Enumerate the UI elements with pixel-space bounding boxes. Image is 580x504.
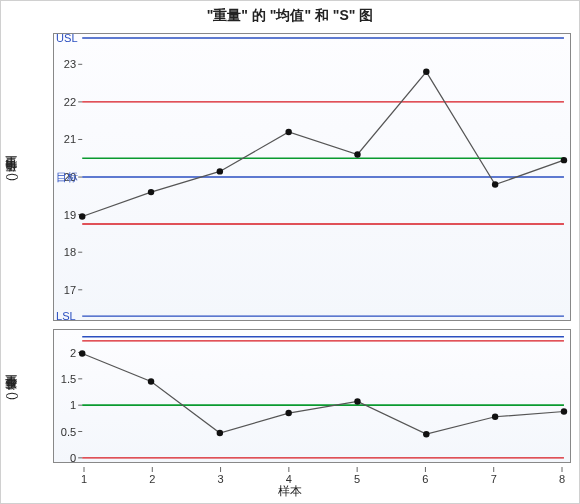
svg-text:4: 4 [286,473,292,485]
svg-point-45 [79,350,85,356]
svg-point-50 [423,431,429,437]
panel-stack: 平均值(重量) 17181920212223USL目标LSL 标准差(重量) 0… [1,29,579,499]
svg-point-24 [148,189,154,195]
svg-point-28 [423,69,429,75]
chart-title: "重量" 的 "均值" 和 "S" 图 [1,1,579,27]
svg-text:23: 23 [64,58,76,70]
svg-text:19: 19 [64,209,76,221]
svg-point-48 [285,410,291,416]
svg-text:3: 3 [218,473,224,485]
svg-text:0: 0 [70,452,76,462]
svg-text:7: 7 [491,473,497,485]
svg-point-46 [148,378,154,384]
mean-ylabel: 平均值(重量) [3,173,20,181]
svg-point-26 [285,129,291,135]
mean-plot-area: 17181920212223USL目标LSL [53,33,571,321]
svg-text:1: 1 [70,399,76,411]
svg-text:0.5: 0.5 [61,426,76,438]
svg-text:18: 18 [64,246,76,258]
svg-point-52 [561,408,567,414]
svg-point-47 [217,430,223,436]
svg-text:1: 1 [81,473,87,485]
s-ylabel: 标准差(重量) [3,392,20,400]
control-chart: "重量" 的 "均值" 和 "S" 图 平均值(重量) 171819202122… [0,0,580,504]
s-panel: 标准差(重量) 00.511.52 [1,325,579,467]
svg-point-25 [217,168,223,174]
svg-text:22: 22 [64,96,76,108]
s-plot-area: 00.511.52 [53,329,571,463]
svg-point-51 [492,414,498,420]
svg-point-29 [492,181,498,187]
svg-point-23 [79,213,85,219]
svg-text:8: 8 [559,473,565,485]
svg-text:LSL: LSL [56,310,76,320]
svg-point-49 [354,398,360,404]
svg-text:目标: 目标 [56,171,78,183]
svg-text:USL: USL [56,34,78,44]
svg-point-30 [561,157,567,163]
svg-text:5: 5 [354,473,360,485]
svg-text:2: 2 [70,347,76,359]
svg-text:21: 21 [64,134,76,146]
svg-text:2: 2 [149,473,155,485]
mean-panel: 平均值(重量) 17181920212223USL目标LSL [1,29,579,325]
svg-text:1.5: 1.5 [61,373,76,385]
svg-text:6: 6 [422,473,428,485]
x-axis-row: 12345678 样本 [1,467,579,499]
svg-point-27 [354,151,360,157]
svg-text:17: 17 [64,284,76,296]
